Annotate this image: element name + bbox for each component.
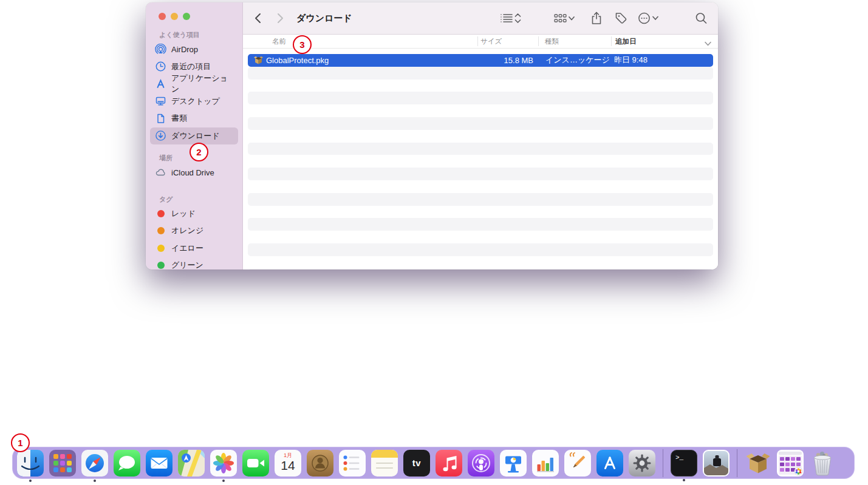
pages-icon	[564, 450, 591, 477]
dock-icon-app-store[interactable]	[596, 450, 623, 477]
contacts-icon	[307, 450, 333, 477]
sidebar-item-applications[interactable]: アプリケーション	[150, 75, 238, 93]
search-icon	[695, 12, 708, 25]
running-indicator	[94, 480, 96, 482]
dock-icon-mail[interactable]	[146, 450, 173, 477]
chevron-left-icon	[254, 13, 261, 24]
minimize-button[interactable]	[171, 13, 178, 20]
dock-icon-contacts[interactable]	[307, 450, 333, 477]
close-button[interactable]	[159, 13, 166, 20]
sidebar-item-label: アプリケーション	[171, 73, 233, 95]
image-file-icon	[703, 450, 730, 477]
sidebar-item-tag-red[interactable]: レッド	[150, 205, 238, 223]
sidebar-item-downloads[interactable]: ダウンロード	[150, 127, 238, 145]
dock-icon-notes[interactable]	[371, 450, 398, 477]
file-name: GlobalProtect.pkg	[266, 56, 329, 65]
fullscreen-button[interactable]	[183, 13, 190, 20]
empty-row	[248, 80, 713, 92]
column-divider[interactable]	[477, 36, 478, 46]
dock-icon-system-preferences[interactable]	[629, 450, 655, 477]
view-mode-button[interactable]	[501, 13, 521, 23]
file-date-added: 昨日 9:48	[614, 55, 648, 66]
dock-icon-numbers[interactable]	[532, 450, 559, 477]
column-divider[interactable]	[611, 36, 612, 46]
search-button[interactable]	[695, 12, 708, 25]
sidebar-item-icloud-drive[interactable]: iCloud Drive	[150, 164, 238, 181]
empty-row	[248, 231, 713, 243]
sidebar-section-favorites: よく使う項目	[159, 30, 242, 39]
empty-row	[248, 117, 713, 130]
podcasts-icon	[468, 450, 494, 477]
dock-icon-launchpad[interactable]	[49, 450, 76, 477]
running-indicator	[29, 480, 32, 482]
tv-label: tv	[412, 458, 421, 468]
dock-icon-photos[interactable]	[210, 450, 237, 477]
dock-icon-terminal[interactable]: >_	[671, 450, 697, 477]
sidebar-item-airdrop[interactable]: AirDrop	[150, 41, 238, 58]
sidebar-item-desktop[interactable]: デスクトップ	[150, 93, 238, 110]
dock-icon-reminders[interactable]	[339, 450, 366, 477]
column-header-name[interactable]: 名前	[272, 37, 286, 46]
dock-icon-music[interactable]	[436, 450, 462, 477]
empty-row	[248, 92, 713, 104]
empty-row	[248, 218, 713, 231]
finder-icon	[17, 450, 44, 477]
empty-row	[248, 256, 713, 269]
empty-row	[248, 243, 713, 256]
dock-icon-messages[interactable]	[114, 450, 140, 477]
share-icon	[590, 12, 603, 25]
downloads-icon	[155, 130, 166, 141]
dock-icon-maps[interactable]	[178, 450, 205, 477]
column-header-date-added[interactable]: 追加日	[615, 37, 637, 46]
sidebar-item-tag-orange[interactable]: オレンジ	[150, 222, 238, 240]
dock-icon-keynote[interactable]	[500, 450, 527, 477]
column-header-kind[interactable]: 種類	[545, 37, 559, 46]
sidebar-item-label: 書類	[171, 113, 187, 124]
file-size: 15.8 MB	[442, 56, 533, 65]
dock-icon-image-file[interactable]	[703, 450, 730, 477]
sort-direction-icon[interactable]	[705, 38, 711, 49]
notes-icon	[371, 450, 398, 477]
dock-icon-trash[interactable]	[809, 450, 836, 477]
dock-icon-tv[interactable]: tv	[403, 450, 430, 477]
dock-icon-facetime[interactable]	[242, 450, 269, 477]
empty-row	[248, 168, 713, 180]
column-divider[interactable]	[538, 36, 539, 46]
dock-icon-installer-package[interactable]	[745, 450, 771, 477]
dock-icon-minimized-window[interactable]	[777, 450, 804, 477]
sidebar-item-label: グリーン	[171, 260, 203, 270]
back-button[interactable]	[254, 13, 261, 24]
calendar-month-label: 1月	[275, 452, 301, 458]
mail-icon	[146, 450, 173, 477]
clock-icon	[155, 61, 166, 72]
annotation-step-2: 2	[190, 143, 208, 161]
calendar-day-label: 14	[275, 458, 301, 473]
sidebar-item-tag-yellow[interactable]: イエロー	[150, 240, 238, 257]
tag-button[interactable]	[615, 12, 627, 25]
installer-package-icon	[745, 450, 771, 477]
dock-divider	[663, 449, 663, 477]
sidebar-item-tag-green[interactable]: グリーン	[150, 257, 238, 270]
chevron-down-icon	[652, 16, 658, 21]
sidebar-item-documents[interactable]: 書類	[150, 110, 238, 127]
more-ellipsis-icon	[638, 12, 651, 25]
running-indicator	[683, 479, 685, 481]
dock-icon-calendar[interactable]: 1月 14	[275, 450, 301, 477]
file-row-globalprotect[interactable]: GlobalProtect.pkg 15.8 MB インス…ッケージ 昨日 9:…	[248, 54, 713, 67]
forward-button[interactable]	[277, 13, 284, 24]
dock-icon-finder[interactable]	[17, 450, 44, 477]
column-header-size[interactable]: サイズ	[480, 37, 502, 46]
empty-row	[248, 67, 713, 80]
sidebar-section-tags: タグ	[159, 195, 242, 204]
dock-icon-safari[interactable]	[81, 450, 108, 477]
group-button[interactable]	[554, 13, 575, 23]
dock-icon-pages[interactable]	[564, 450, 591, 477]
list-header: 名前 サイズ 種類 追加日	[243, 35, 718, 49]
sidebar-item-label: オレンジ	[171, 225, 203, 236]
dock-icon-podcasts[interactable]	[468, 450, 494, 477]
dock: 1月 14 tv >_	[12, 447, 855, 479]
facetime-icon	[242, 450, 269, 477]
share-button[interactable]	[590, 12, 603, 25]
more-actions-button[interactable]	[638, 12, 658, 25]
running-indicator	[222, 480, 225, 482]
